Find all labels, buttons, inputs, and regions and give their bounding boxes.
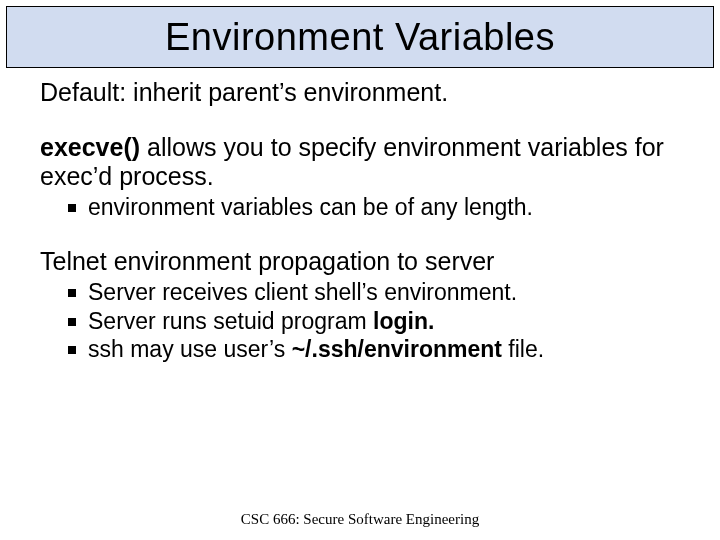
square-bullet-icon [68,318,76,326]
list-item: environment variables can be of any leng… [68,194,680,220]
list-item-text: environment variables can be of any leng… [88,194,680,220]
slide: Environment Variables Default: inherit p… [0,6,720,540]
title-bar: Environment Variables [6,6,714,68]
paragraph-execve: execve() allows you to specify environme… [40,133,680,191]
square-bullet-icon [68,346,76,354]
text-fragment: ssh may use user’s [88,336,292,362]
paragraph-telnet: Telnet environment propagation to server [40,247,680,276]
text-fragment: Server receives client shell’s environme… [88,279,517,305]
list-item-text: ssh may use user’s ~/.ssh/environment fi… [88,336,680,362]
list-item-text: Server runs setuid program login. [88,308,680,334]
list-item: ssh may use user’s ~/.ssh/environment fi… [68,336,680,362]
text-fragment: file. [502,336,544,362]
list-item: Server receives client shell’s environme… [68,279,680,305]
paragraph-default: Default: inherit parent’s environment. [40,78,680,107]
slide-title: Environment Variables [165,16,555,59]
bold-ssh-env: ~/.ssh/environment [292,336,502,362]
square-bullet-icon [68,204,76,212]
list-item: Server runs setuid program login. [68,308,680,334]
bullet-group-b: Server receives client shell’s environme… [40,279,680,362]
bold-execve: execve() [40,133,140,161]
slide-body: Default: inherit parent’s environment. e… [0,68,720,363]
square-bullet-icon [68,289,76,297]
text-fragment: Server runs setuid program [88,308,373,334]
bullet-group-a: environment variables can be of any leng… [40,194,680,220]
bold-login: login. [373,308,434,334]
list-item-text: Server receives client shell’s environme… [88,279,680,305]
slide-footer: CSC 666: Secure Software Engineering [0,511,720,528]
